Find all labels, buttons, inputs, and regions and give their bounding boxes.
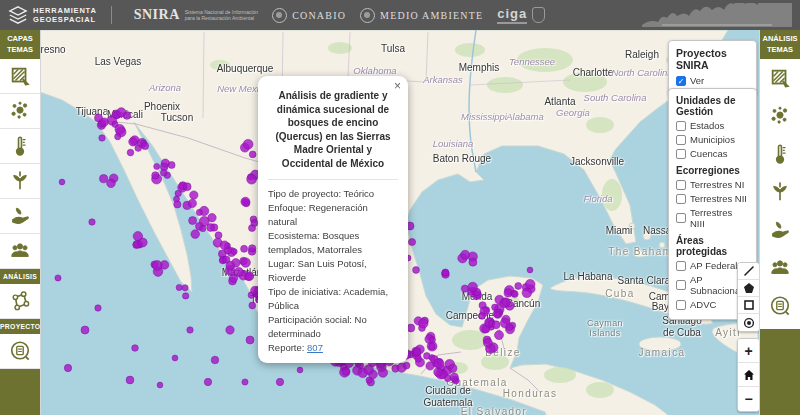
- project-marker[interactable]: [247, 174, 257, 184]
- layer-checkbox-row[interactable]: Terrestres NIII: [676, 207, 749, 229]
- project-marker[interactable]: [126, 376, 134, 384]
- project-marker[interactable]: [175, 190, 181, 196]
- project-marker[interactable]: [152, 261, 162, 271]
- project-marker[interactable]: [174, 201, 181, 208]
- project-marker[interactable]: [276, 378, 283, 385]
- layer-checkbox[interactable]: [676, 121, 686, 131]
- project-marker[interactable]: [55, 275, 61, 281]
- project-marker[interactable]: [152, 172, 159, 179]
- project-marker[interactable]: [515, 283, 522, 290]
- sidebar-item-vegetation[interactable]: [0, 164, 40, 199]
- project-marker[interactable]: [141, 142, 148, 149]
- layer-checkbox-row[interactable]: Terrestres NI: [676, 179, 749, 190]
- project-marker[interactable]: [407, 324, 415, 332]
- project-marker[interactable]: [403, 362, 410, 369]
- project-marker[interactable]: [249, 302, 256, 309]
- report-link[interactable]: 807: [307, 342, 323, 353]
- analysis-item-conservation[interactable]: [760, 211, 800, 249]
- projects-visibility-row[interactable]: ✓ Ver: [676, 75, 749, 86]
- project-marker[interactable]: [468, 282, 477, 291]
- project-marker[interactable]: [204, 378, 211, 385]
- sidebar-item-project-report[interactable]: [0, 334, 40, 369]
- project-marker[interactable]: [483, 338, 492, 347]
- project-marker[interactable]: [245, 272, 254, 281]
- project-marker[interactable]: [189, 217, 197, 225]
- project-marker[interactable]: [172, 355, 178, 361]
- analysis-item-report[interactable]: [760, 287, 800, 325]
- project-marker[interactable]: [506, 323, 513, 330]
- project-marker[interactable]: [495, 312, 501, 318]
- layer-checkbox-row[interactable]: Terrestres NII: [676, 193, 749, 204]
- analysis-item-social[interactable]: [760, 249, 800, 287]
- project-marker[interactable]: [419, 319, 428, 328]
- project-marker[interactable]: [191, 230, 200, 239]
- project-marker[interactable]: [461, 250, 470, 259]
- draw-rectangle-button[interactable]: [738, 297, 759, 314]
- zoom-out-button[interactable]: −: [738, 387, 759, 411]
- project-marker[interactable]: [215, 232, 222, 239]
- project-marker[interactable]: [115, 134, 121, 140]
- project-marker[interactable]: [241, 258, 250, 267]
- map-canvas[interactable]: FresnoLas VegasAlbuquerqueTulsaMemphisRa…: [40, 30, 760, 415]
- project-marker[interactable]: [413, 348, 421, 356]
- project-marker[interactable]: [208, 214, 216, 222]
- sidebar-item-social[interactable]: [0, 234, 40, 269]
- project-marker[interactable]: [107, 179, 116, 188]
- project-marker[interactable]: [511, 291, 518, 298]
- ver-checkbox[interactable]: ✓: [676, 76, 686, 86]
- project-marker[interactable]: [100, 118, 108, 126]
- analysis-item-coverage[interactable]: [760, 59, 800, 97]
- project-marker[interactable]: [249, 151, 256, 158]
- project-marker[interactable]: [241, 197, 250, 206]
- app-logo[interactable]: HERRAMIENTA GEOESPACIAL: [8, 6, 97, 25]
- project-marker[interactable]: [157, 382, 163, 388]
- layer-checkbox-row[interactable]: Estados: [676, 120, 749, 131]
- project-marker[interactable]: [129, 138, 137, 146]
- project-marker[interactable]: [297, 367, 303, 373]
- layer-checkbox[interactable]: [676, 300, 686, 310]
- project-marker[interactable]: [249, 245, 256, 252]
- sidebar-item-polygon-analysis[interactable]: [0, 284, 40, 319]
- popup-close-button[interactable]: ×: [394, 80, 401, 92]
- layer-checkbox-row[interactable]: Cuencas: [676, 148, 749, 159]
- project-marker[interactable]: [527, 267, 533, 273]
- project-marker[interactable]: [479, 313, 486, 320]
- project-marker[interactable]: [495, 331, 504, 340]
- project-marker[interactable]: [127, 149, 134, 156]
- layer-checkbox-row[interactable]: Municipios: [676, 134, 749, 145]
- project-marker[interactable]: [442, 269, 449, 276]
- project-marker[interactable]: [117, 108, 126, 117]
- project-marker[interactable]: [242, 379, 248, 385]
- project-marker[interactable]: [502, 298, 510, 306]
- project-marker[interactable]: [135, 145, 142, 152]
- project-marker[interactable]: [366, 377, 372, 383]
- project-marker[interactable]: [429, 337, 435, 343]
- layer-checkbox[interactable]: [676, 261, 686, 271]
- project-marker[interactable]: [81, 326, 89, 334]
- project-marker[interactable]: [99, 135, 105, 141]
- zoom-in-button[interactable]: +: [738, 339, 759, 363]
- project-marker[interactable]: [246, 336, 254, 344]
- project-marker[interactable]: [64, 364, 71, 371]
- project-marker[interactable]: [492, 321, 500, 329]
- medio-ambiente-logo[interactable]: MEDIO AMBIENTE: [360, 8, 483, 23]
- analysis-item-vegetation[interactable]: [760, 173, 800, 211]
- layer-checkbox[interactable]: [676, 149, 686, 159]
- project-marker[interactable]: [234, 268, 243, 277]
- project-marker[interactable]: [525, 279, 535, 289]
- project-marker[interactable]: [241, 245, 248, 252]
- home-button[interactable]: [738, 363, 759, 387]
- project-marker[interactable]: [95, 305, 101, 311]
- draw-point-button[interactable]: [738, 314, 759, 331]
- project-marker[interactable]: [183, 183, 191, 191]
- project-marker[interactable]: [182, 285, 188, 291]
- project-marker[interactable]: [450, 373, 458, 381]
- project-marker[interactable]: [160, 170, 167, 177]
- project-marker[interactable]: [183, 293, 189, 299]
- project-marker[interactable]: [429, 343, 435, 349]
- analysis-item-climate[interactable]: [760, 135, 800, 173]
- sidebar-item-conservation[interactable]: [0, 199, 40, 234]
- project-marker[interactable]: [211, 356, 219, 364]
- project-marker[interactable]: [190, 191, 198, 199]
- project-marker[interactable]: [449, 364, 457, 372]
